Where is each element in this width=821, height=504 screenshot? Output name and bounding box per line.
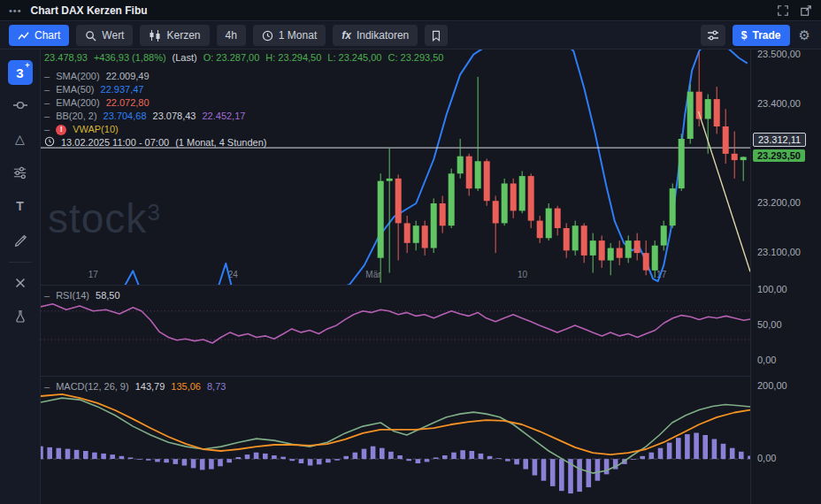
trade-button[interactable]: $ Trade bbox=[733, 25, 790, 46]
macd-label: MACD(12, 26, 9) bbox=[56, 380, 129, 393]
collapse-icon[interactable]: – bbox=[44, 96, 50, 110]
timeframe-label: 4h bbox=[226, 29, 237, 42]
drawing-tools-sidebar: 3 + △ T bbox=[0, 50, 41, 504]
gear-icon: ⚙ bbox=[799, 27, 810, 43]
collapse-icon[interactable]: – bbox=[44, 123, 50, 136]
pane-separator[interactable] bbox=[41, 285, 821, 286]
sma-label: SMA(200) bbox=[56, 70, 100, 83]
vwap-row: – ! VWAP(10) bbox=[44, 123, 443, 136]
time-detail: (1 Monat, 4 Stunden) bbox=[175, 136, 266, 149]
indicators-button[interactable]: fx Indikatoren bbox=[333, 25, 418, 46]
collapse-icon[interactable]: – bbox=[44, 289, 50, 302]
chart-button-label: Chart bbox=[35, 29, 60, 42]
triangle-icon: △ bbox=[15, 132, 25, 146]
macd-pane[interactable] bbox=[41, 376, 750, 504]
macd-value: 143,79 bbox=[135, 380, 165, 393]
text-tool-button[interactable]: T bbox=[7, 193, 34, 219]
pencil-icon bbox=[13, 233, 27, 247]
line-chart-icon bbox=[18, 30, 29, 42]
axis-label: 100,00 bbox=[757, 284, 787, 294]
analysis-flask-button[interactable] bbox=[7, 303, 34, 330]
collapse-icon[interactable]: – bbox=[44, 83, 50, 96]
stock3-apps-button[interactable]: 3 + bbox=[8, 60, 33, 85]
axis-label: 23.400,00 bbox=[757, 98, 801, 109]
chart-settings-button[interactable] bbox=[701, 25, 725, 46]
text-tool-icon: T bbox=[16, 199, 24, 213]
stock3-logo: 3 bbox=[16, 65, 23, 80]
collapse-icon[interactable]: – bbox=[44, 380, 50, 393]
svg-text:10: 10 bbox=[518, 270, 528, 279]
rsi-pane[interactable] bbox=[41, 285, 750, 376]
time-range: 13.02.2025 11:00 - 07:00 bbox=[61, 136, 169, 149]
price-tag: 23.312,11 bbox=[753, 133, 806, 147]
stock3-logo-plus: + bbox=[25, 61, 29, 70]
range-label: 1 Monat bbox=[279, 29, 317, 42]
axis-label: 23.200,00 bbox=[757, 197, 801, 208]
time-row: 13.02.2025 11:00 - 07:00 (1 Monat, 4 Stu… bbox=[44, 136, 443, 149]
chart-button[interactable]: Chart bbox=[9, 25, 69, 46]
price-legend: 23.478,93 +436,93 (1,88%) (Last) O: 23.2… bbox=[44, 51, 443, 149]
axis-label: 23.100,00 bbox=[757, 247, 801, 257]
shapes-tool-button[interactable]: △ bbox=[7, 126, 34, 152]
crossed-tools-icon bbox=[13, 276, 27, 290]
popout-window-icon[interactable] bbox=[800, 4, 812, 17]
symbol-search-button[interactable]: Wert bbox=[76, 25, 133, 46]
crosshair-tool-button[interactable] bbox=[7, 92, 34, 118]
fullscreen-icon[interactable] bbox=[777, 4, 789, 17]
ema200-row: – EMA(200) 22.072,80 bbox=[44, 96, 443, 110]
rsi-legend: – RSI(14) 58,50 bbox=[44, 289, 120, 302]
tools-button[interactable] bbox=[7, 270, 34, 296]
window-title: Chart DAX Kerzen Fibu bbox=[31, 4, 148, 17]
bb-upper-value: 23.704,68 bbox=[104, 110, 147, 123]
clock-icon bbox=[44, 136, 55, 150]
rsi-label: RSI(14) bbox=[56, 289, 89, 302]
range-button[interactable]: 1 Monat bbox=[253, 25, 326, 46]
high-value: H: 23.294,50 bbox=[265, 51, 321, 65]
ema200-label: EMA(200) bbox=[56, 96, 100, 110]
axis-label: 200,00 bbox=[757, 380, 787, 391]
title-bar: ••• Chart DAX Kerzen Fibu bbox=[0, 0, 821, 21]
dollar-icon: $ bbox=[741, 29, 748, 42]
collapse-icon[interactable]: – bbox=[44, 70, 50, 83]
axis-label: 50,00 bbox=[757, 319, 782, 330]
trade-label: Trade bbox=[753, 29, 781, 42]
macd-legend: – MACD(12, 26, 9) 143,79 135,06 8,73 bbox=[44, 380, 226, 393]
axis-label: 0,00 bbox=[757, 355, 776, 365]
low-value: L: 23.245,00 bbox=[327, 51, 381, 65]
collapse-icon[interactable]: – bbox=[44, 110, 50, 123]
last-price-value: 23.478,93 bbox=[44, 51, 88, 65]
ema200-value: 22.072,80 bbox=[106, 96, 150, 110]
settings-gear-button[interactable]: ⚙ bbox=[797, 27, 812, 44]
price-tag: 23.293,50 bbox=[753, 149, 805, 162]
window-menu-icon[interactable]: ••• bbox=[9, 5, 22, 16]
sma-row: – SMA(200) 22.009,49 bbox=[44, 70, 443, 83]
sma-value: 22.009,49 bbox=[106, 70, 150, 83]
ema50-row: – EMA(50) 22.937,47 bbox=[44, 83, 443, 96]
sliders-icon bbox=[12, 165, 27, 180]
bollinger-row: – BB(20, 2) 23.704,68 23.078,43 22.452,1… bbox=[44, 110, 443, 123]
chart-toolbar: Chart Wert Kerzen 4h bbox=[0, 22, 821, 50]
pane-separator[interactable] bbox=[41, 376, 821, 377]
freehand-draw-button[interactable] bbox=[7, 226, 34, 253]
search-icon bbox=[85, 30, 96, 42]
close-value: C: 23.293,50 bbox=[387, 51, 443, 65]
sidebar-divider bbox=[9, 262, 32, 263]
bb-label: BB(20, 2) bbox=[56, 110, 96, 123]
ohlc-row: 23.478,93 +436,93 (1,88%) (Last) O: 23.2… bbox=[44, 51, 443, 65]
price-axis[interactable]: 23.500,0023.400,0023.200,0023.100,00100,… bbox=[750, 50, 821, 504]
axis-label: 23.500,00 bbox=[757, 49, 801, 59]
chart-type-button[interactable]: Kerzen bbox=[140, 25, 209, 46]
indicator-sliders-button[interactable] bbox=[7, 159, 34, 186]
flask-icon bbox=[13, 309, 27, 324]
ema50-label: EMA(50) bbox=[56, 83, 94, 96]
ema50-value: 22.937,47 bbox=[101, 83, 144, 96]
open-value: O: 23.287,00 bbox=[203, 51, 260, 65]
macd-hist-value: 8,73 bbox=[207, 380, 226, 393]
candlestick-icon bbox=[149, 29, 161, 42]
bookmark-button[interactable] bbox=[425, 25, 448, 46]
symbol-search-label: Wert bbox=[102, 29, 124, 42]
timeframe-button[interactable]: 4h bbox=[217, 25, 246, 46]
vwap-label: VWAP(10) bbox=[73, 123, 119, 136]
axis-label: 0,00 bbox=[757, 453, 776, 463]
svg-text:Mär: Mär bbox=[365, 270, 381, 279]
